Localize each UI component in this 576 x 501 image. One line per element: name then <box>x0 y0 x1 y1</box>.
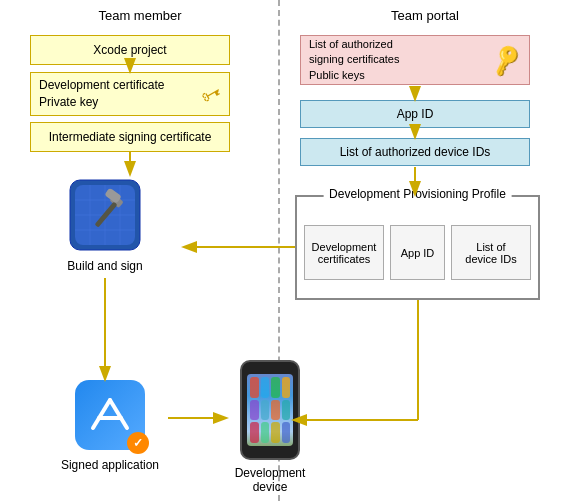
phone-icon <box>240 360 300 460</box>
build-and-sign-area: Build and sign <box>55 175 155 275</box>
signed-application-area: ✓ Signed application <box>55 380 165 472</box>
app-id-inner-box: App ID <box>390 225 445 280</box>
xcode-icon <box>65 175 145 255</box>
dev-provisioning-profile-box: Development Provisioning Profile Develop… <box>295 195 540 300</box>
public-key-icon: 🔑 <box>487 42 525 79</box>
phone-screen <box>247 374 293 446</box>
team-portal-header: Team portal <box>290 8 560 23</box>
team-member-header: Team member <box>20 8 260 23</box>
svg-line-13 <box>110 400 127 428</box>
intermediate-signing-box: Intermediate signing certificate <box>30 122 230 152</box>
app-id-box: App ID <box>300 100 530 128</box>
authorized-device-ids-box: List of authorized device IDs <box>300 138 530 166</box>
xcode-project-box: Xcode project <box>30 35 230 65</box>
svg-line-12 <box>93 400 110 428</box>
authorized-signing-box: List of authorized signing certificates … <box>300 35 530 85</box>
development-device-area: Development device <box>230 360 310 494</box>
verified-badge: ✓ <box>127 432 149 454</box>
app-store-svg <box>85 390 135 440</box>
app-store-icon: ✓ <box>75 380 145 450</box>
build-sign-caption: Build and sign <box>67 259 142 273</box>
list-device-ids-inner-box: List ofdevice IDs <box>451 225 531 280</box>
signed-app-caption: Signed application <box>61 458 159 472</box>
dev-provisioning-label: Development Provisioning Profile <box>323 187 512 201</box>
dev-certs-inner-box: Developmentcertificates <box>304 225 384 280</box>
key-icon: 🗝 <box>197 79 226 109</box>
dev-device-caption: Development device <box>230 466 310 494</box>
diagram: Team member Team portal Xcode project De… <box>0 0 576 501</box>
dev-cert-label: Development certificate Private key <box>39 77 164 111</box>
dev-cert-private-key-box: Development certificate Private key 🗝 <box>30 72 230 116</box>
